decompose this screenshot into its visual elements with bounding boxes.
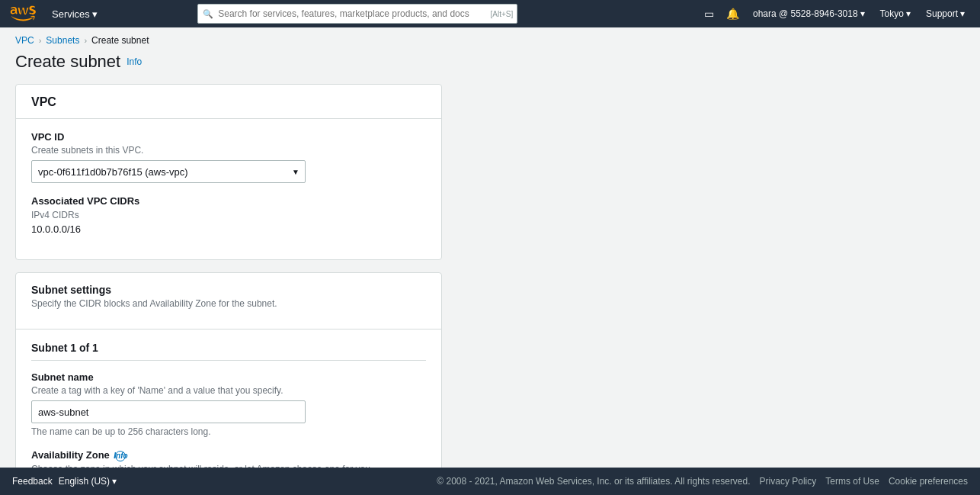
- ipv4-cidrs-label: IPv4 CIDRs: [31, 210, 426, 220]
- services-chevron-icon: ▾: [92, 8, 98, 20]
- support-menu[interactable]: Support ▾: [920, 5, 971, 22]
- subnet-name-label: Subnet name: [31, 371, 426, 383]
- subnet-settings-subtitle: Specify the CIDR blocks and Availability…: [31, 298, 426, 309]
- associated-cidrs-title: Associated VPC CIDRs: [31, 195, 426, 207]
- subnet-settings-card: Subnet settings Specify the CIDR blocks …: [15, 272, 442, 468]
- region-label: Tokyo: [880, 8, 904, 19]
- support-label: Support: [926, 8, 958, 19]
- aws-logo[interactable]: [9, 5, 37, 22]
- shell-icon-button[interactable]: ▭: [700, 5, 719, 23]
- vpc-id-select-wrapper: vpc-0f611f1d0b7b76f15 (aws-vpc) ▼: [31, 160, 306, 183]
- vpc-id-label: VPC ID: [31, 131, 426, 143]
- bell-icon-button[interactable]: 🔔: [722, 5, 744, 23]
- language-label: English (US): [59, 476, 110, 487]
- breadcrumb-current: Create subnet: [91, 35, 149, 46]
- page-content: VPC VPC ID Create subnets in this VPC. v…: [0, 84, 980, 468]
- search-input[interactable]: [197, 4, 517, 24]
- az-info-icon[interactable]: Info: [115, 451, 126, 461]
- subnet-name-description: Create a tag with a key of 'Name' and a …: [31, 385, 426, 396]
- user-label: ohara @ 5528-8946-3018: [753, 8, 858, 19]
- vpc-id-description: Create subnets in this VPC.: [31, 145, 426, 156]
- vpc-id-select[interactable]: vpc-0f611f1d0b7b76f15 (aws-vpc): [31, 160, 306, 183]
- breadcrumb-vpc[interactable]: VPC: [15, 35, 34, 46]
- search-icon: 🔍: [203, 9, 213, 19]
- page-title: Create subnet: [15, 52, 120, 72]
- language-selector[interactable]: English (US) ▾: [59, 476, 117, 487]
- user-menu[interactable]: ohara @ 5528-8946-3018 ▾: [747, 5, 871, 22]
- vpc-id-group: VPC ID Create subnets in this VPC. vpc-0…: [31, 131, 426, 183]
- nav-right: ▭ 🔔 ohara @ 5528-8946-3018 ▾ Tokyo ▾ Sup…: [700, 5, 971, 23]
- subnet-settings-title: Subnet settings: [31, 284, 426, 296]
- associated-cidrs-section: Associated VPC CIDRs IPv4 CIDRs 10.0.0.0…: [31, 195, 426, 235]
- vpc-card-title: VPC: [31, 95, 56, 108]
- main-content: VPC › Subnets › Create subnet Create sub…: [0, 27, 980, 468]
- privacy-link[interactable]: Privacy Policy: [760, 476, 817, 487]
- feedback-link[interactable]: Feedback: [12, 476, 53, 487]
- footer: Feedback English (US) ▾ © 2008 - 2021, A…: [0, 468, 980, 495]
- page-info-link[interactable]: Info: [127, 56, 142, 67]
- top-navigation: Services ▾ 🔍 [Alt+S] ▭ 🔔 ohara @ 5528-89…: [0, 0, 980, 27]
- breadcrumb-subnets[interactable]: Subnets: [46, 35, 79, 46]
- vpc-card-body: VPC ID Create subnets in this VPC. vpc-0…: [16, 119, 441, 259]
- ipv4-cidrs-value: 10.0.0.0/16: [31, 223, 426, 235]
- subnet-settings-header: Subnet settings Specify the CIDR blocks …: [16, 273, 441, 329]
- breadcrumb-sep-2: ›: [84, 36, 87, 45]
- availability-zone-group: Availability Zone Info Choose the zone i…: [31, 449, 426, 468]
- user-chevron-icon: ▾: [860, 8, 865, 19]
- subnet-name-helper: The name can be up to 256 characters lon…: [31, 426, 426, 437]
- terms-link[interactable]: Terms of Use: [825, 476, 879, 487]
- language-chevron-icon: ▾: [112, 476, 117, 487]
- subnet-settings-body: Subnet 1 of 1 Subnet name Create a tag w…: [16, 329, 441, 468]
- subnet-name-group: Subnet name Create a tag with a key of '…: [31, 371, 426, 437]
- footer-right: © 2008 - 2021, Amazon Web Services, Inc.…: [437, 476, 968, 487]
- page-header: Create subnet Info: [0, 49, 980, 84]
- subnet-name-input[interactable]: [31, 400, 306, 423]
- services-menu[interactable]: Services ▾: [46, 5, 104, 23]
- az-label: Availability Zone Info: [31, 449, 426, 461]
- breadcrumb-sep-1: ›: [39, 36, 42, 45]
- cookie-link[interactable]: Cookie preferences: [889, 476, 968, 487]
- footer-left: Feedback English (US) ▾: [12, 476, 117, 487]
- vpc-card-header: VPC: [16, 85, 441, 119]
- vpc-card: VPC VPC ID Create subnets in this VPC. v…: [15, 84, 442, 260]
- subnet-count-title: Subnet 1 of 1: [31, 342, 426, 361]
- breadcrumb: VPC › Subnets › Create subnet: [0, 27, 980, 49]
- search-shortcut-badge: [Alt+S]: [490, 10, 513, 18]
- region-chevron-icon: ▾: [906, 8, 911, 19]
- support-chevron-icon: ▾: [960, 8, 965, 19]
- copyright-text: © 2008 - 2021, Amazon Web Services, Inc.…: [437, 476, 750, 487]
- services-label: Services: [52, 8, 90, 20]
- global-search: 🔍 [Alt+S]: [197, 4, 517, 24]
- region-menu[interactable]: Tokyo ▾: [874, 5, 917, 22]
